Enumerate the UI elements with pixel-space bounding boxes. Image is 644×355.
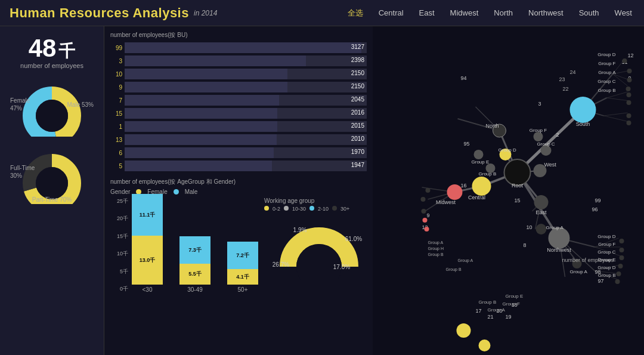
svg-text:Group C: Group C bbox=[597, 249, 615, 255]
employee-label: number of employees bbox=[20, 62, 83, 69]
wd-dot-1 bbox=[284, 206, 289, 211]
node-groupA-east[interactable] bbox=[536, 224, 547, 234]
node-east[interactable] bbox=[534, 195, 549, 209]
bar-row: 10 2150 bbox=[110, 68, 367, 80]
node-south[interactable] bbox=[570, 97, 596, 123]
outer-14 bbox=[615, 279, 620, 284]
outer-19 bbox=[425, 227, 429, 231]
female-bar-seg: 5.5千 bbox=[179, 264, 210, 285]
bar-label: 99 bbox=[110, 45, 122, 51]
stacked-groups: 13.0千11.1千<305.5千7.3千30-494.1千7.2千50+ bbox=[132, 200, 258, 293]
svg-text:94: 94 bbox=[461, 75, 467, 81]
stacked-bar: 5.5千7.3千 bbox=[179, 236, 210, 285]
nav-west[interactable]: West bbox=[612, 7, 634, 18]
top-bar: Human Resources Analysis in 2014 全选 Cent… bbox=[0, 0, 644, 26]
outer-3 bbox=[627, 78, 632, 82]
stacked-bar-group: 4.1千7.2千50+ bbox=[227, 242, 258, 293]
node-root[interactable] bbox=[504, 159, 531, 186]
bar-label: 10 bbox=[110, 71, 122, 78]
nav-northwest[interactable]: Northwest bbox=[526, 7, 566, 18]
bar-chart-title: number of employees(按 BU) bbox=[110, 31, 367, 39]
svg-line-36 bbox=[604, 116, 629, 122]
bar-value: 2398 bbox=[351, 57, 364, 63]
node-groupF[interactable] bbox=[534, 132, 543, 141]
male-dot bbox=[174, 189, 179, 195]
bar-label: 6 bbox=[110, 150, 122, 156]
bar-fill bbox=[125, 134, 277, 145]
bar-value: 3127 bbox=[351, 44, 364, 50]
female-bar-seg: 4.1千 bbox=[227, 269, 258, 285]
svg-text:Group A: Group A bbox=[488, 307, 506, 313]
svg-text:Group B: Group B bbox=[446, 267, 462, 272]
x-axis-label: 50+ bbox=[238, 286, 248, 293]
svg-text:Group D: Group D bbox=[597, 52, 615, 57]
svg-text:Group F: Group F bbox=[503, 301, 520, 307]
svg-text:Group A: Group A bbox=[546, 225, 564, 230]
node-central[interactable] bbox=[472, 177, 491, 196]
mid-panel: number of employees(按 BU) 99 3127 3 2398… bbox=[104, 26, 373, 355]
float-node-2 bbox=[479, 339, 491, 351]
region-nav: 全选 Central East Midwest North Northwest … bbox=[345, 7, 634, 20]
outer-9 bbox=[620, 239, 624, 243]
bar-fill bbox=[125, 69, 287, 79]
stacked-bars: 0千 5千 10千 15千 20千 25千 13.0千11.1千<305.5千7… bbox=[110, 197, 258, 293]
y-label-2: 10千 bbox=[110, 250, 128, 258]
bar-bg: 2010 bbox=[125, 134, 367, 145]
svg-text:Group E: Group E bbox=[506, 294, 524, 299]
svg-text:Central: Central bbox=[468, 195, 485, 200]
stacked-bar-chart: 0千 5千 10千 15千 20千 25千 13.0千11.1千<305.5千7… bbox=[110, 197, 258, 293]
svg-text:Group D: Group D bbox=[597, 265, 615, 270]
svg-text:8: 8 bbox=[524, 242, 527, 248]
stacked-section: number of employees(按 AgeGroup 和 Gender)… bbox=[110, 178, 367, 350]
outer-4 bbox=[626, 87, 631, 91]
bar-label: 1 bbox=[110, 124, 122, 130]
bar-label: 9 bbox=[110, 84, 122, 91]
y-label-4: 20千 bbox=[110, 215, 128, 223]
svg-text:10: 10 bbox=[527, 224, 532, 230]
stacked-bar: 13.0千11.1千 bbox=[132, 194, 163, 285]
employment-donut-wrap: Full-Time30% Part-Time 70% bbox=[10, 141, 94, 204]
svg-text:12: 12 bbox=[628, 53, 634, 58]
outer-10 bbox=[620, 248, 624, 252]
male-legend-text: Male bbox=[185, 189, 198, 195]
nav-east[interactable]: East bbox=[417, 7, 437, 18]
male-bar-seg: 7.2千 bbox=[227, 242, 258, 269]
pct-19: 1.9% bbox=[293, 227, 307, 233]
node-northwest[interactable] bbox=[549, 227, 570, 249]
male-label: Male 53% bbox=[67, 101, 94, 109]
bar-row: 6 1970 bbox=[110, 147, 367, 159]
outer-13 bbox=[617, 271, 621, 276]
outer-5 bbox=[627, 92, 631, 97]
svg-text:South: South bbox=[576, 121, 590, 127]
svg-text:East: East bbox=[535, 209, 547, 215]
bar-bg: 2016 bbox=[125, 108, 367, 119]
nav-south[interactable]: South bbox=[577, 7, 602, 18]
pct-61: 61.0% bbox=[345, 236, 362, 242]
y-label-1: 5千 bbox=[110, 268, 128, 276]
nav-midwest[interactable]: Midwest bbox=[448, 7, 481, 18]
bar-row: 99 3127 bbox=[110, 42, 367, 54]
bar-value: 2150 bbox=[351, 70, 364, 76]
svg-text:3: 3 bbox=[538, 101, 541, 107]
stacked-bar-group: 5.5千7.3千30-49 bbox=[179, 236, 210, 293]
bar-value: 2150 bbox=[351, 83, 364, 89]
bar-chart-section: number of employees(按 BU) 99 3127 3 2398… bbox=[110, 31, 367, 173]
page-title: Human Resources Analysis bbox=[10, 5, 189, 21]
node-groupE[interactable] bbox=[474, 150, 484, 159]
main-content: 48 千 number of employees Female47% Male … bbox=[0, 26, 644, 355]
svg-point-2 bbox=[36, 100, 68, 132]
node-midwest[interactable] bbox=[447, 184, 463, 200]
svg-point-5 bbox=[36, 167, 68, 199]
wd-dot-2 bbox=[309, 206, 314, 211]
bar-fill bbox=[125, 55, 306, 66]
svg-text:Group F: Group F bbox=[530, 128, 547, 133]
svg-text:Group A: Group A bbox=[458, 258, 473, 263]
svg-text:Group F: Group F bbox=[598, 61, 615, 66]
nav-all[interactable]: 全选 bbox=[345, 7, 366, 20]
outer-8 bbox=[627, 121, 631, 125]
nav-north[interactable]: North bbox=[491, 7, 515, 18]
nav-central[interactable]: Central bbox=[376, 7, 406, 18]
bar-value: 2045 bbox=[351, 96, 364, 103]
svg-text:Group A: Group A bbox=[570, 269, 588, 274]
outer-6 bbox=[627, 100, 631, 105]
